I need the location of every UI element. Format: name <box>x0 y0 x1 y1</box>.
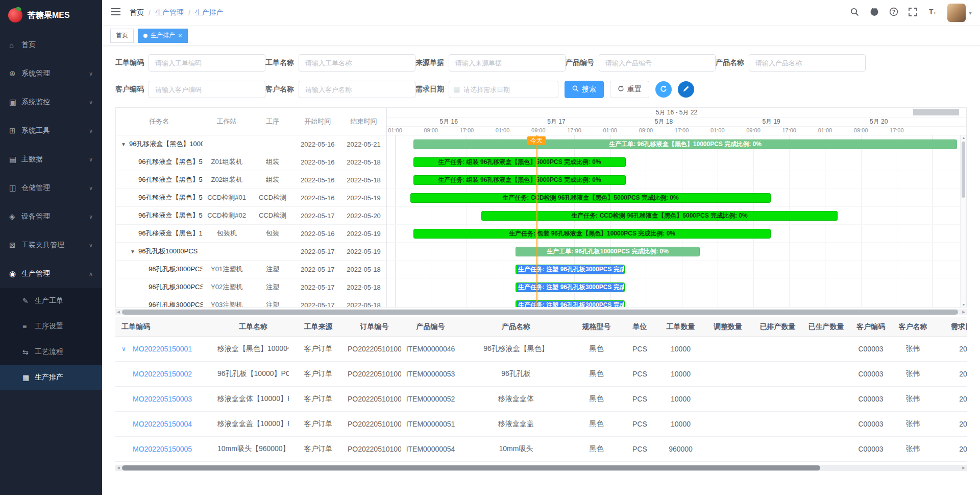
orders-cell: MO202205150005 <box>115 445 217 453</box>
breadcrumb-item-production[interactable]: 生产管理 <box>155 8 184 17</box>
breadcrumb-item-scheduling[interactable]: 生产排产 <box>195 8 224 17</box>
caret-down-icon[interactable]: ▼ <box>130 249 135 254</box>
gantt-column-header: 结束时间 <box>341 117 386 126</box>
sidebar-subitem-1[interactable]: ≡工序设置 <box>0 314 102 339</box>
filter-label: 产品编号 <box>566 58 594 67</box>
orders-table-header: 工单编码工单名称工单来源订单编号产品编号产品名称规格型号单位工单数量调整数量已排… <box>115 317 967 337</box>
filter-input-6[interactable] <box>299 81 415 98</box>
filter-input-4[interactable] <box>749 54 866 72</box>
gantt-task-row[interactable]: ▼96孔孔板10000PCS2022-05-172022-05-19 <box>116 243 386 261</box>
table-row[interactable]: MO20220515000510mm吸头【960000】PCS客户订单PO202… <box>115 437 967 462</box>
order-link[interactable]: MO202205150001 <box>133 345 192 353</box>
avatar[interactable] <box>947 4 966 22</box>
order-link[interactable]: MO202205150003 <box>133 395 192 403</box>
gantt-task-bar[interactable]: 生产任务: 注塑 96孔孔板3000PCS 完成比例: 0% <box>516 265 625 274</box>
gantt-task-bar[interactable]: 生产任务: 注塑 96孔孔板3000PCS 完成比例: 0% <box>516 282 625 292</box>
scroll-left-icon[interactable]: ◀ <box>115 309 121 315</box>
table-row[interactable]: MO202205150004移液盒盒盖【10000】PCS客户订单PO20220… <box>115 412 967 437</box>
gantt-task-row[interactable]: 96孔孔板3000PCSY03注塑机注塑2022-05-172022-05-18 <box>116 296 386 307</box>
gantt-task-bar[interactable]: 生产任务: 包装 96孔移液盒【黑色】10000PCS 完成比例: 0% <box>413 229 771 239</box>
github-button[interactable] <box>866 4 883 21</box>
sidebar-item-4[interactable]: ▤主数据∨ <box>0 145 102 174</box>
orders-cell: ITEM00000053 <box>401 370 460 378</box>
timeline-day-label: 5月 17 <box>503 117 610 126</box>
gantt-chart-row: 生产任务: 注塑 96孔孔板3000PCS 完成比例: 0% <box>387 278 966 296</box>
gantt-task-row[interactable]: ▼96孔移液盒【黑色】10000PCS2022-05-162022-05-21 <box>116 135 386 153</box>
search-button[interactable]: 搜索 <box>565 81 604 98</box>
search-button-header[interactable] <box>846 4 864 21</box>
gantt-task-row[interactable]: 96孔孔板3000PCSY01注塑机注塑2022-05-172022-05-18 <box>116 261 386 278</box>
gantt-task-row[interactable]: 96孔移液盒【黑色】5000PCSZ02组装机组装2022-05-162022-… <box>116 171 386 189</box>
tab-home[interactable]: 首页 <box>110 29 134 43</box>
gantt-chart-row: 生产工单: 96孔孔板10000PCS 完成比例: 0% <box>387 243 966 261</box>
scroll-down-icon[interactable]: ▼ <box>961 303 966 307</box>
gantt-vertical-scrollbar[interactable]: ▲ ▼ <box>960 135 966 307</box>
sidebar-item-3[interactable]: ⊞系统工具∨ <box>0 116 102 145</box>
filter-input-5[interactable] <box>149 81 265 98</box>
sidebar-item-8[interactable]: ◉生产管理∧ <box>0 260 102 288</box>
gantt-task-bar[interactable]: 生产任务: CCD检测 96孔移液盒【黑色】5000PCS 完成比例: 0% <box>481 211 838 221</box>
order-link[interactable]: MO202205150005 <box>133 445 192 453</box>
sidebar-subitem-3[interactable]: ▦生产排产 <box>0 365 102 390</box>
gantt-task-bar[interactable]: 生产任务: 组装 96孔移液盒【黑色】5000PCS 完成比例: 0% <box>413 175 626 185</box>
gantt-horizontal-scrollbar[interactable]: ◀ ▶ <box>115 309 967 315</box>
gantt-task-row[interactable]: 96孔移液盒【黑色】10000PCS包装机包装2022-05-162022-05… <box>116 225 386 243</box>
help-button[interactable]: ? <box>885 4 902 21</box>
gantt-task-row[interactable]: 96孔移液盒【黑色】5000PCSCCD检测#01CCD检测2022-05-16… <box>116 189 386 207</box>
gantt-task-bar[interactable]: 生产任务: CCD检测 96孔移液盒【黑色】5000PCS 完成比例: 0% <box>410 193 771 203</box>
horizontal-scrollbar-thumb[interactable] <box>122 465 820 470</box>
sidebar-subitem-0[interactable]: ✎生产工单 <box>0 288 102 314</box>
fullscreen-button[interactable] <box>904 4 922 21</box>
sidebar-toggle-button[interactable] <box>102 0 130 25</box>
scroll-right-icon[interactable]: ▶ <box>961 465 967 471</box>
gantt-task-row[interactable]: 96孔移液盒【黑色】5000PCSCCD检测#02CCD检测2022-05-17… <box>116 207 386 225</box>
orders-horizontal-scrollbar[interactable]: ◀ ▶ <box>115 465 967 471</box>
gantt-task-row[interactable]: 96孔孔板3000PCSY02注塑机注塑2022-05-172022-05-18 <box>116 278 386 296</box>
filter-label: 来源单据 <box>415 58 444 67</box>
caret-down-icon[interactable]: ▼ <box>121 142 126 147</box>
tags-bar: 首页 生产排产 × <box>102 26 980 46</box>
breadcrumb-item-home[interactable]: 首页 <box>130 8 144 17</box>
horizontal-scrollbar-thumb[interactable] <box>122 310 958 315</box>
table-row[interactable]: ∨MO202205150001移液盒【黑色】10000个客户订单PO202205… <box>115 337 967 362</box>
refresh-schedule-button[interactable] <box>655 81 672 98</box>
filter-input-7[interactable] <box>449 81 558 98</box>
table-row[interactable]: MO202205150003移液盒盒体【10000】PCS客户订单PO20220… <box>115 387 967 412</box>
edit-schedule-button[interactable] <box>678 81 694 98</box>
sidebar-subitem-2[interactable]: ⇆工艺流程 <box>0 339 102 365</box>
filter-row-1: 工单编码工单名称来源单据产品编号产品名称 <box>115 54 967 72</box>
gantt-process-cell: CCD检测 <box>251 211 295 220</box>
chevron-down-icon[interactable]: ∨ <box>121 345 133 352</box>
table-row[interactable]: MO20220515000296孔孔板【10000】PCS客户订单PO20220… <box>115 362 967 387</box>
filter-input-2[interactable] <box>449 54 566 72</box>
sidebar-item-6[interactable]: ◈设备管理∨ <box>0 202 102 231</box>
sidebar-item-1[interactable]: ⊛系统管理∨ <box>0 59 102 88</box>
scroll-up-icon[interactable]: ▲ <box>961 136 966 139</box>
vertical-scrollbar-thumb[interactable] <box>962 142 965 198</box>
fontsize-button[interactable]: TT <box>924 4 941 21</box>
gantt-station-cell: Y02注塑机 <box>203 282 251 292</box>
order-link[interactable]: MO202205150002 <box>133 370 192 378</box>
gantt-task-bar[interactable]: 生产任务: 注塑 96孔孔板3000PCS 完成比例: 0% <box>516 300 625 307</box>
avatar-caret-icon[interactable]: ▾ <box>969 9 972 16</box>
gantt-order-bar[interactable]: 生产工单: 96孔孔板10000PCS 完成比例: 0% <box>516 247 700 256</box>
gantt-task-row[interactable]: 96孔移液盒【黑色】5000PCSZ01组装机组装2022-05-162022-… <box>116 153 386 171</box>
filter-input-1[interactable] <box>299 54 415 72</box>
order-link[interactable]: MO202205150004 <box>133 420 192 428</box>
sidebar-item-label: 设备管理 <box>21 212 50 221</box>
filter-input-0[interactable] <box>149 54 265 72</box>
gantt-task-bar[interactable]: 生产任务: 组装 96孔移液盒【黑色】5000PCS 完成比例: 0% <box>413 157 626 167</box>
sidebar-item-7[interactable]: ⊠工装夹具管理∨ <box>0 231 102 260</box>
scroll-left-icon[interactable]: ◀ <box>115 465 121 471</box>
filter-field-4: 产品名称 <box>716 54 866 72</box>
app-logo[interactable]: 苦糖果MES <box>0 0 102 31</box>
filter-input-3[interactable] <box>599 54 716 72</box>
scroll-right-icon[interactable]: ▶ <box>961 309 967 315</box>
sidebar-item-5[interactable]: ◫仓储管理∨ <box>0 174 102 202</box>
tab-production-scheduling[interactable]: 生产排产 × <box>138 29 188 43</box>
reset-button[interactable]: 重置 <box>610 81 649 98</box>
close-icon[interactable]: × <box>178 32 182 39</box>
gantt-order-bar[interactable]: 生产工单: 96孔移液盒【黑色】10000PCS 完成比例: 0% <box>413 139 957 149</box>
sidebar-item-0[interactable]: ⌂首页 <box>0 31 102 59</box>
sidebar-item-2[interactable]: ▣系统监控∨ <box>0 88 102 116</box>
